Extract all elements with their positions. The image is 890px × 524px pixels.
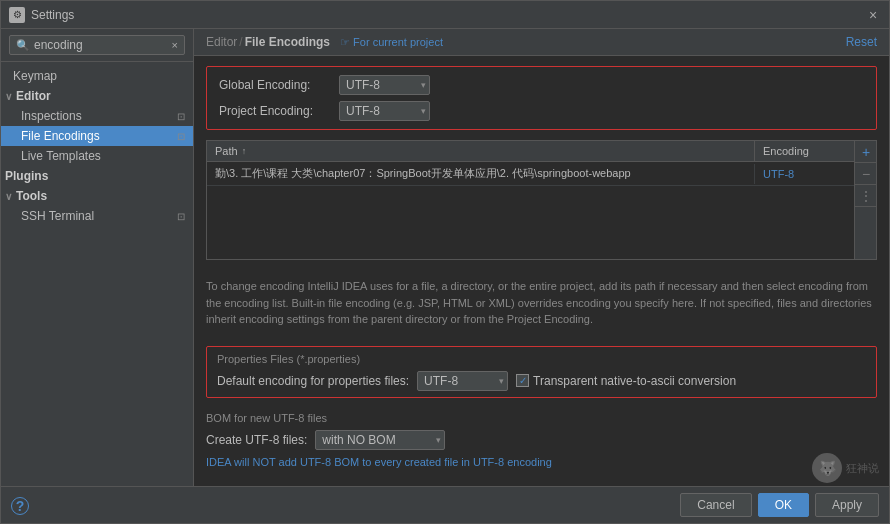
plugins-label: Plugins: [5, 169, 48, 183]
encoding-settings-box: Global Encoding: UTF-8 UTF-16 ISO-8859-1…: [206, 66, 877, 130]
bom-section: BOM for new UTF-8 files Create UTF-8 fil…: [206, 408, 877, 472]
bom-row: Create UTF-8 files: with NO BOM with BOM…: [206, 430, 877, 450]
sync-icon-2: ⊡: [177, 131, 185, 142]
editor-chevron: ∨: [5, 91, 12, 102]
transparent-label: Transparent native-to-ascii conversion: [533, 374, 736, 388]
project-encoding-select-wrap: UTF-8 UTF-16 ISO-8859-1 GBK ▾: [339, 101, 430, 121]
sidebar-item-editor[interactable]: ∨ Editor: [1, 86, 193, 106]
sidebar-item-file-encodings[interactable]: File Encodings ⊡: [1, 126, 193, 146]
breadcrumb-editor: Editor: [206, 35, 237, 49]
file-encodings-label: File Encodings: [21, 129, 100, 143]
bom-title: BOM for new UTF-8 files: [206, 412, 877, 424]
bottom-bar: Cancel OK Apply: [1, 486, 889, 523]
description-text: To change encoding IntelliJ IDEA uses fo…: [206, 270, 877, 336]
editor-label: Editor: [16, 89, 51, 103]
ok-button[interactable]: OK: [758, 493, 809, 517]
add-path-button[interactable]: +: [855, 141, 877, 163]
project-encoding-label: Project Encoding:: [219, 104, 339, 118]
right-header: Editor / File Encodings ☞ For current pr…: [194, 29, 889, 56]
search-box: 🔍 ×: [1, 29, 193, 62]
project-encoding-row: Project Encoding: UTF-8 UTF-16 ISO-8859-…: [219, 101, 864, 121]
sidebar-item-keymap[interactable]: Keymap: [1, 66, 193, 86]
bom-select[interactable]: with NO BOM with BOM: [315, 430, 445, 450]
tools-label: Tools: [16, 189, 47, 203]
watermark-text: 狂神说: [846, 461, 879, 476]
reset-button[interactable]: Reset: [846, 35, 877, 49]
watermark: 🐺 狂神说: [812, 453, 879, 483]
bom-note-suffix: to every created file in UTF-8 encoding: [359, 456, 552, 468]
table-row[interactable]: 勤\3. 工作\课程 大类\chapter07：SpringBoot开发单体应用…: [207, 162, 854, 186]
bom-create-label: Create UTF-8 files:: [206, 433, 307, 447]
search-icon: 🔍: [16, 39, 30, 52]
search-wrap[interactable]: 🔍 ×: [9, 35, 185, 55]
properties-box: Properties Files (*.properties) Default …: [206, 346, 877, 398]
sidebar-item-ssh-terminal[interactable]: SSH Terminal ⊡: [1, 206, 193, 226]
global-encoding-select-wrap: UTF-8 UTF-16 ISO-8859-1 GBK ▾: [339, 75, 430, 95]
right-panel: Editor / File Encodings ☞ For current pr…: [194, 29, 889, 486]
properties-title: Properties Files (*.properties): [217, 353, 866, 365]
properties-row: Default encoding for properties files: U…: [217, 371, 866, 391]
breadcrumb-sep: /: [239, 35, 242, 49]
table-cell-path: 勤\3. 工作\课程 大类\chapter07：SpringBoot开发单体应用…: [207, 162, 754, 185]
global-encoding-label: Global Encoding:: [219, 78, 339, 92]
bom-note-link: UTF-8 BOM: [300, 456, 359, 468]
table-main: Path ↑ Encoding 勤\3. 工作\课程 大类\chapter07：…: [207, 141, 854, 259]
close-button[interactable]: ×: [865, 7, 881, 23]
table-col-path-header: Path ↑: [207, 141, 754, 161]
table-actions: + − ⋮: [854, 141, 876, 259]
window-icon: ⚙: [9, 7, 25, 23]
sidebar-item-live-templates[interactable]: Live Templates: [1, 146, 193, 166]
project-encoding-select[interactable]: UTF-8 UTF-16 ISO-8859-1 GBK: [339, 101, 430, 121]
table-header: Path ↑ Encoding: [207, 141, 854, 162]
inspections-label: Inspections: [21, 109, 82, 123]
search-clear-button[interactable]: ×: [172, 39, 178, 51]
breadcrumb-current: File Encodings: [245, 35, 330, 49]
title-bar: ⚙ Settings ×: [1, 1, 889, 29]
sidebar-item-plugins[interactable]: Plugins: [1, 166, 193, 186]
search-input[interactable]: [34, 38, 172, 52]
sync-icon: ⊡: [177, 111, 185, 122]
live-templates-label: Live Templates: [21, 149, 101, 163]
tools-chevron: ∨: [5, 191, 12, 202]
table-col-encoding-header: Encoding: [754, 141, 854, 161]
table-scroll-button: ⋮: [855, 185, 877, 207]
keymap-label: Keymap: [13, 69, 57, 83]
sync-icon-3: ⊡: [177, 211, 185, 222]
bom-note-plain: IDEA will NOT add: [206, 456, 300, 468]
sidebar-item-tools[interactable]: ∨ Tools: [1, 186, 193, 206]
bom-note: IDEA will NOT add UTF-8 BOM to every cre…: [206, 456, 877, 468]
path-encoding-table: Path ↑ Encoding 勤\3. 工作\课程 大类\chapter07：…: [206, 140, 877, 260]
table-body: 勤\3. 工作\课程 大类\chapter07：SpringBoot开发单体应用…: [207, 162, 854, 259]
breadcrumb: Editor / File Encodings ☞ For current pr…: [206, 35, 443, 49]
global-encoding-row: Global Encoding: UTF-8 UTF-16 ISO-8859-1…: [219, 75, 864, 95]
watermark-icon: 🐺: [812, 453, 842, 483]
nav-tree: Keymap ∨ Editor Inspections ⊡ File Encod…: [1, 62, 193, 486]
bom-select-wrap: with NO BOM with BOM ▾: [315, 430, 445, 450]
cancel-button[interactable]: Cancel: [680, 493, 751, 517]
title-controls: ×: [865, 7, 881, 23]
prop-encoding-label: Default encoding for properties files:: [217, 374, 409, 388]
ssh-terminal-label: SSH Terminal: [21, 209, 94, 223]
table-cell-encoding: UTF-8: [754, 164, 854, 184]
window-title: Settings: [31, 8, 865, 22]
help-button[interactable]: ?: [11, 497, 29, 515]
transparent-checkbox[interactable]: [516, 374, 529, 387]
transparent-checkbox-wrap[interactable]: Transparent native-to-ascii conversion: [516, 374, 736, 388]
prop-encoding-select[interactable]: UTF-8 UTF-16 ISO-8859-1: [417, 371, 508, 391]
sort-icon: ↑: [242, 146, 247, 156]
apply-button[interactable]: Apply: [815, 493, 879, 517]
prop-encoding-select-wrap: UTF-8 UTF-16 ISO-8859-1 ▾: [417, 371, 508, 391]
left-panel: 🔍 × Keymap ∨ Editor Inspections ⊡: [1, 29, 194, 486]
for-project-link[interactable]: ☞ For current project: [340, 36, 443, 49]
path-column-label: Path: [215, 145, 238, 157]
remove-path-button[interactable]: −: [855, 163, 877, 185]
sidebar-item-inspections[interactable]: Inspections ⊡: [1, 106, 193, 126]
global-encoding-select[interactable]: UTF-8 UTF-16 ISO-8859-1 GBK: [339, 75, 430, 95]
right-content: Global Encoding: UTF-8 UTF-16 ISO-8859-1…: [194, 56, 889, 486]
